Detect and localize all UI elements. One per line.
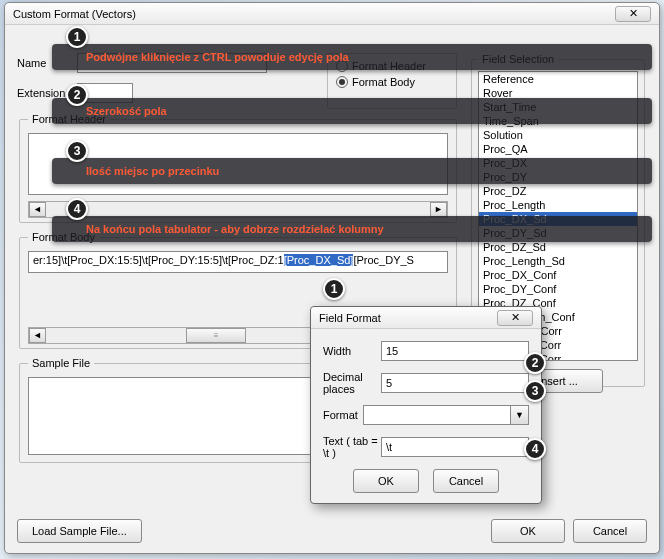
annotation-badge-dialog-4: 4: [524, 438, 546, 460]
field-format-dialog: Field Format ✕ Width Decimal places Form…: [310, 306, 542, 504]
list-item[interactable]: Reference: [479, 72, 637, 86]
list-item[interactable]: Proc_DX_Conf: [479, 268, 637, 282]
chevron-down-icon[interactable]: ▼: [511, 405, 529, 425]
list-item[interactable]: Proc_DZ_Sd: [479, 240, 637, 254]
format-body-input[interactable]: er:15]\t[Proc_DX:15:5]\t[Proc_DY:15:5]\t…: [28, 251, 448, 273]
dialog-ok-button[interactable]: OK: [353, 469, 419, 493]
decimal-input[interactable]: [381, 373, 529, 393]
bottom-button-row: Load Sample File... OK Cancel: [17, 519, 647, 543]
format-label: Format: [323, 409, 363, 421]
annotation-bar-3: Ilość miejsc po przecinku: [52, 158, 652, 184]
width-input[interactable]: [381, 341, 529, 361]
format-combo[interactable]: ▼: [363, 405, 529, 425]
dialog-title: Field Format: [319, 312, 381, 324]
annotation-bar-1: Podwójne kliknięcie z CTRL powoduje edyc…: [52, 44, 652, 70]
close-icon[interactable]: ✕: [615, 6, 651, 22]
list-item[interactable]: Proc_DZ: [479, 184, 637, 198]
annotation-badge-body-1: 1: [323, 278, 345, 300]
close-icon[interactable]: ✕: [497, 310, 533, 326]
annotation-badge-3: 3: [66, 140, 88, 162]
list-item[interactable]: Solution: [479, 128, 637, 142]
dialog-titlebar: Field Format ✕: [311, 307, 541, 329]
width-label: Width: [323, 345, 381, 357]
list-item[interactable]: Proc_DY_Conf: [479, 282, 637, 296]
radio-icon: [336, 76, 348, 88]
scroll-thumb[interactable]: ≡: [186, 328, 246, 343]
scroll-right-icon[interactable]: ►: [430, 202, 447, 217]
format-combo-input[interactable]: [363, 405, 511, 425]
radio-format-body[interactable]: Format Body: [336, 76, 448, 88]
list-item[interactable]: Proc_Length_Sd: [479, 254, 637, 268]
list-item[interactable]: Proc_Length: [479, 198, 637, 212]
ok-button[interactable]: OK: [491, 519, 565, 543]
annotation-badge-1: 1: [66, 26, 88, 48]
scroll-left-icon[interactable]: ◄: [29, 328, 46, 343]
scroll-left-icon[interactable]: ◄: [29, 202, 46, 217]
annotation-bar-4: Na końcu pola tabulator - aby dobrze roz…: [52, 216, 652, 242]
annotation-badge-dialog-3: 3: [524, 380, 546, 402]
list-item[interactable]: Proc_QA: [479, 142, 637, 156]
window-title: Custom Format (Vectors): [13, 8, 136, 20]
titlebar: Custom Format (Vectors) ✕: [5, 3, 659, 25]
cancel-button[interactable]: Cancel: [573, 519, 647, 543]
annotation-badge-4: 4: [66, 198, 88, 220]
format-body-selection: [Proc_DX_Sd]: [284, 254, 354, 266]
text-label: Text ( tab = \t ): [323, 435, 381, 459]
text-input[interactable]: [381, 437, 529, 457]
decimal-label: Decimal places: [323, 371, 381, 395]
load-sample-button[interactable]: Load Sample File...: [17, 519, 142, 543]
annotation-bar-2: Szerokość pola: [52, 98, 652, 124]
annotation-badge-2: 2: [66, 84, 88, 106]
dialog-cancel-button[interactable]: Cancel: [433, 469, 499, 493]
sample-file-legend: Sample File: [28, 357, 94, 369]
annotation-badge-dialog-2: 2: [524, 352, 546, 374]
